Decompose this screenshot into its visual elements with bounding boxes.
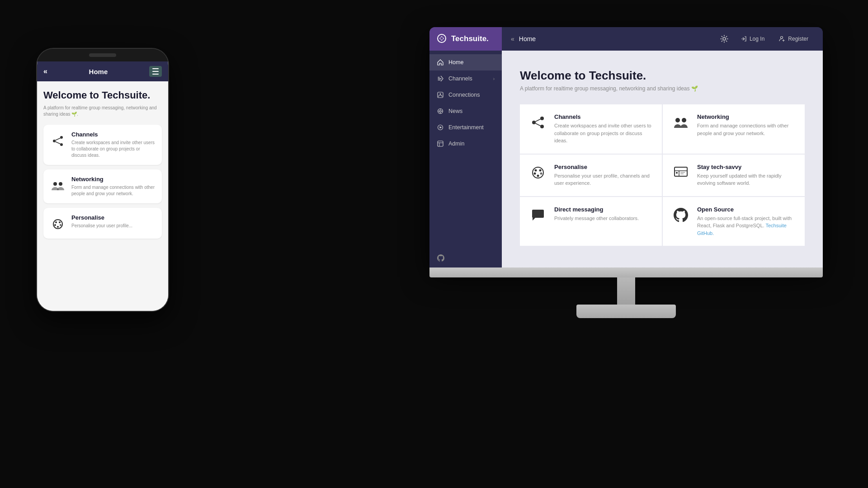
svg-point-33 (532, 121, 536, 124)
networking-feature-desc: Form and manage connections with other p… (697, 122, 796, 137)
settings-icon[interactable] (717, 32, 731, 46)
phone-back-button[interactable]: « (43, 67, 47, 75)
sidebar-item-home[interactable]: Home (429, 54, 502, 70)
svg-point-12 (60, 224, 61, 226)
login-button[interactable]: Log In (735, 33, 770, 45)
phone-card-networking-title: Networking (71, 176, 156, 183)
channels-feature-desc: Create workspaces and invite other users… (554, 122, 653, 145)
phone-card-channels-title: Channels (71, 131, 156, 138)
personalise-feature-desc: Personalise your user profile, channels … (554, 172, 653, 187)
channels-feature-icon (529, 113, 547, 131)
sidebar-item-connections[interactable]: Connections (429, 87, 502, 103)
phone-card-personalise-desc: Personalise your user profile... (71, 223, 132, 229)
feature-card-techsavvy[interactable]: Stay tech-savvy Keep yourself updated wi… (663, 155, 805, 196)
login-label: Log In (750, 36, 764, 42)
palette-feature-icon (529, 164, 547, 182)
channels-icon (437, 75, 444, 82)
messaging-feature-icon (529, 206, 547, 224)
techsavvy-feature-desc: Keep yourself updated with the rapidly e… (697, 172, 796, 187)
feature-card-channels[interactable]: Channels Create workspaces and invite ot… (520, 104, 662, 154)
svg-point-5 (53, 182, 57, 186)
feature-card-networking[interactable]: Networking Form and manage connections w… (663, 104, 805, 154)
svg-rect-30 (438, 141, 443, 146)
app-topbar: Techsuite. « Home (429, 27, 823, 51)
sidebar-admin-label: Admin (448, 141, 495, 147)
svg-point-45 (540, 172, 542, 174)
monitor-bezel (429, 267, 823, 277)
phone-card-personalise-title: Personalise (71, 214, 132, 221)
techsavvy-feature-text: Stay tech-savvy Keep yourself updated wi… (697, 164, 796, 187)
feature-card-opensource[interactable]: Open Source An open-source full-stack pr… (663, 197, 805, 246)
github-icon[interactable] (437, 254, 495, 262)
svg-rect-46 (675, 167, 687, 176)
messaging-feature-desc: Privately message other collaborators. (554, 215, 639, 222)
sidebar-channels-label: Channels (448, 75, 489, 82)
phone-card-networking-text: Networking Form and manage connections w… (71, 176, 156, 197)
svg-point-14 (440, 37, 443, 40)
personalise-feature-title: Personalise (554, 164, 653, 170)
desktop-monitor: Techsuite. « Home (429, 27, 823, 318)
opensource-feature-desc: An open-source full-stack project, built… (697, 215, 796, 237)
svg-line-36 (536, 119, 541, 122)
register-label: Register (788, 36, 808, 42)
svg-line-37 (536, 123, 541, 126)
palette-icon (50, 216, 66, 232)
networking-icon (50, 178, 66, 194)
sidebar-item-entertainment[interactable]: Entertainment (429, 119, 502, 136)
svg-point-15 (723, 38, 726, 40)
phone-welcome-subtitle: A platform for realtime group messaging,… (43, 105, 162, 117)
svg-point-11 (57, 226, 59, 228)
news-icon (437, 108, 444, 115)
monitor-stand-base (576, 305, 676, 318)
phone-content: Welcome to Techsuite. A platform for rea… (37, 81, 168, 311)
welcome-title: Welcome to Techsuite. (520, 69, 805, 83)
chevron-right-icon: › (493, 76, 495, 81)
svg-point-6 (59, 182, 62, 186)
messaging-feature-title: Direct messaging (554, 206, 639, 213)
phone-card-channels[interactable]: Channels Create workspaces and invite ot… (43, 125, 162, 165)
svg-point-42 (539, 169, 542, 171)
techsavvy-feature-icon (672, 164, 690, 182)
phone-header: « Home (37, 61, 168, 81)
sidebar-item-news[interactable]: News (429, 103, 502, 119)
svg-point-1 (60, 136, 63, 139)
main-content: Welcome to Techsuite. A platform for rea… (502, 51, 823, 267)
home-icon (437, 59, 444, 66)
breadcrumb-arrows[interactable]: « (511, 35, 514, 42)
phone-card-personalise[interactable]: Personalise Personalise your user profil… (43, 208, 162, 239)
sidebar: Home Channels › (429, 51, 502, 267)
feature-card-personalise[interactable]: Personalise Personalise your user profil… (520, 155, 662, 196)
github-feature-icon (672, 206, 690, 224)
phone-welcome-title: Welcome to Techsuite. (43, 89, 162, 101)
phone-notch (37, 49, 168, 61)
svg-point-43 (534, 172, 536, 174)
feature-card-messaging[interactable]: Direct messaging Privately message other… (520, 197, 662, 246)
logo-icon (437, 33, 448, 44)
phone-card-personalise-text: Personalise Personalise your user profil… (71, 214, 132, 229)
sidebar-home-label: Home (448, 59, 495, 66)
mobile-phone: « Home Welcome to Techsuite. A platform … (37, 49, 168, 311)
phone-screen: « Home Welcome to Techsuite. A platform … (37, 61, 168, 311)
phone-card-networking[interactable]: Networking Form and manage connections w… (43, 169, 162, 203)
svg-rect-50 (680, 172, 685, 173)
networking-feature-text: Networking Form and manage connections w… (697, 113, 796, 137)
svg-rect-49 (676, 172, 678, 174)
phone-card-channels-desc: Create workspaces and invite other users… (71, 140, 156, 159)
sidebar-connections-label: Connections (448, 92, 495, 98)
phone-card-channels-text: Channels Create workspaces and invite ot… (71, 131, 156, 159)
topbar-page-title: Home (519, 35, 536, 42)
app-logo: Techsuite. (429, 27, 502, 51)
admin-icon (437, 140, 444, 147)
sidebar-item-channels[interactable]: Channels › (429, 70, 502, 87)
svg-point-8 (55, 221, 57, 223)
monitor-screen: Techsuite. « Home (429, 27, 823, 267)
sidebar-item-admin[interactable]: Admin (429, 136, 502, 152)
sidebar-news-label: News (448, 108, 495, 114)
networking-feature-title: Networking (697, 113, 796, 120)
register-button[interactable]: Register (774, 33, 814, 45)
monitor-stand-neck (617, 277, 635, 305)
phone-menu-button[interactable] (149, 66, 162, 77)
svg-marker-29 (440, 127, 442, 129)
svg-line-3 (56, 138, 61, 141)
opensource-feature-title: Open Source (697, 206, 796, 213)
